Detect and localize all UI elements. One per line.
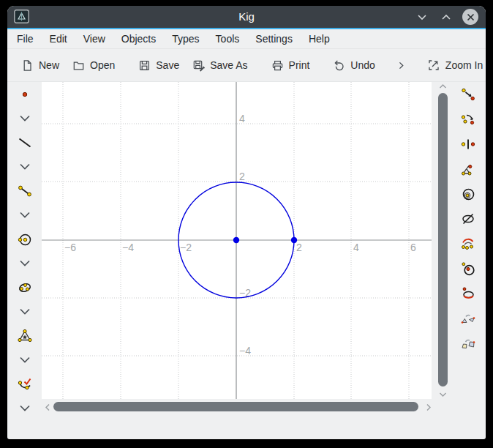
menu-view[interactable]: View xyxy=(75,30,113,48)
undo-arrow-icon xyxy=(333,59,345,72)
scroll-up-button[interactable] xyxy=(438,83,448,90)
center-point[interactable] xyxy=(233,237,239,243)
titlebar[interactable]: Kig xyxy=(7,6,486,28)
chevron-down-icon xyxy=(18,404,31,413)
conic-tool-button[interactable] xyxy=(10,275,39,299)
save-as-button[interactable]: Save As xyxy=(186,55,254,76)
y-tick-label: 2 xyxy=(239,171,245,182)
undo-label: Undo xyxy=(350,59,375,71)
menu-settings[interactable]: Settings xyxy=(247,30,301,48)
polygon-tool-button[interactable] xyxy=(10,324,39,348)
menu-file[interactable]: File xyxy=(9,30,42,48)
save-as-label: Save As xyxy=(210,59,247,71)
arc-tools-expander[interactable] xyxy=(10,396,39,420)
window-controls xyxy=(414,6,478,28)
print-button[interactable]: Print xyxy=(265,55,317,76)
x-tick-label: −2 xyxy=(180,242,192,253)
scroll-down-button[interactable] xyxy=(438,391,448,398)
printer-icon xyxy=(271,59,284,72)
scale-rotation-tool-button[interactable] xyxy=(454,157,483,182)
chevron-left-icon xyxy=(45,403,50,411)
chevron-up-icon xyxy=(439,83,447,89)
point-tools-expander[interactable] xyxy=(10,106,39,130)
chevron-down-icon xyxy=(18,259,31,268)
inversion-tool-button[interactable] xyxy=(454,182,483,206)
arc-transform-tool-button[interactable] xyxy=(454,231,483,256)
point-icon xyxy=(17,86,33,102)
menubar: File Edit View Objects Types Tools Setti… xyxy=(7,29,486,48)
menu-edit[interactable]: Edit xyxy=(42,30,75,48)
scroll-left-button[interactable] xyxy=(44,403,51,412)
polygon-tools-expander[interactable] xyxy=(10,348,39,372)
line-tool-button[interactable] xyxy=(10,130,39,154)
segment-tool-button[interactable] xyxy=(10,179,39,203)
line-tools-expander[interactable] xyxy=(10,154,39,179)
menu-tools[interactable]: Tools xyxy=(208,30,248,48)
x-tick-label: −6 xyxy=(64,242,76,253)
hide-object-icon xyxy=(460,211,476,227)
y-tick-label: −4 xyxy=(239,345,251,356)
chevron-right-icon xyxy=(426,403,432,411)
open-label: Open xyxy=(90,59,115,71)
undo-expand-button[interactable] xyxy=(389,56,413,75)
rotation-tool-button[interactable] xyxy=(454,107,483,132)
left-tool-rail xyxy=(7,82,42,432)
conic-transform-tool-button[interactable] xyxy=(454,281,483,306)
rotation-icon xyxy=(460,111,476,127)
x-tick-label: 4 xyxy=(353,242,359,253)
projectivity-tool-button[interactable] xyxy=(454,331,483,356)
minimize-button[interactable] xyxy=(414,9,430,25)
geometry-canvas[interactable]: −6 −4 −2 2 4 6 4 2 −2 −4 xyxy=(42,82,432,399)
scroll-right-button[interactable] xyxy=(425,403,432,412)
x-tick-label: 2 xyxy=(296,242,302,253)
vertical-scrollbar[interactable] xyxy=(434,82,451,399)
similarity-icon xyxy=(460,310,476,326)
x-tick-label: 6 xyxy=(410,242,416,253)
circle-inversion-tool-button[interactable] xyxy=(454,256,483,281)
segment-icon xyxy=(17,183,33,199)
inversion-icon xyxy=(460,186,476,202)
kig-window: Kig File Edit View Objects T xyxy=(7,6,486,439)
horizontal-scrollbar[interactable] xyxy=(42,401,434,413)
new-button[interactable]: New xyxy=(15,55,66,76)
circle-icon xyxy=(17,231,33,247)
close-button[interactable] xyxy=(462,9,478,25)
conic-tools-expander[interactable] xyxy=(10,299,39,324)
open-folder-icon xyxy=(72,59,85,72)
zoom-in-button[interactable]: Zoom In xyxy=(421,54,486,76)
save-button[interactable]: Save xyxy=(132,55,186,76)
point-reflection-tool-button[interactable] xyxy=(454,132,483,157)
translation-tool-button[interactable] xyxy=(454,82,483,107)
new-label: New xyxy=(39,59,59,71)
menu-types[interactable]: Types xyxy=(164,30,207,48)
circle-point[interactable] xyxy=(291,237,297,243)
chevron-down-icon xyxy=(18,307,31,316)
hide-object-tool-button[interactable] xyxy=(454,206,483,231)
open-button[interactable]: Open xyxy=(66,55,121,76)
x-tick-label: −4 xyxy=(122,242,134,253)
right-tool-rail xyxy=(451,82,486,432)
point-tool-button[interactable] xyxy=(10,82,39,106)
menu-objects[interactable]: Objects xyxy=(113,30,164,48)
conic-transform-icon xyxy=(460,285,476,302)
chevron-down-icon xyxy=(18,163,31,171)
segment-tools-expander[interactable] xyxy=(10,203,39,227)
undo-button[interactable]: Undo xyxy=(326,55,381,76)
similarity-tool-button[interactable] xyxy=(454,306,483,331)
circle-inversion-icon xyxy=(460,261,476,277)
maximize-button[interactable] xyxy=(438,9,454,25)
circle-tool-button[interactable] xyxy=(10,227,39,251)
menu-help[interactable]: Help xyxy=(301,30,338,48)
main-toolbar: New Open Save Save As Pri xyxy=(7,48,486,82)
arc-tool-button[interactable] xyxy=(10,372,39,396)
save-label: Save xyxy=(156,59,179,71)
print-label: Print xyxy=(289,59,310,71)
projectivity-icon xyxy=(460,335,476,351)
arc-transform-icon xyxy=(460,236,476,252)
chevron-down-icon xyxy=(417,14,427,20)
horizontal-scroll-thumb[interactable] xyxy=(53,402,418,411)
y-tick-label: 4 xyxy=(239,113,245,124)
circle-tools-expander[interactable] xyxy=(10,251,39,275)
vertical-scroll-thumb[interactable] xyxy=(438,93,448,387)
arc-check-icon xyxy=(17,376,33,392)
